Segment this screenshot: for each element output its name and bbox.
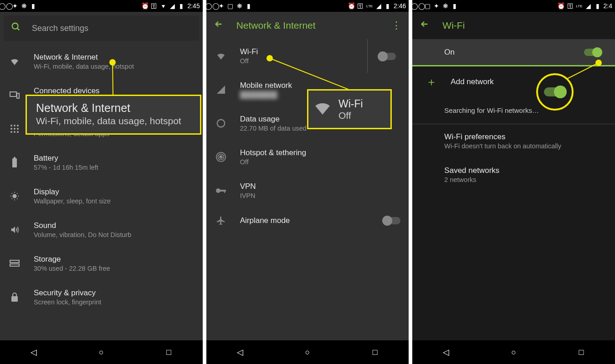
nav-recent-button[interactable]: □ [368,345,382,359]
highlighted-toggle [544,87,566,96]
status-bar: ◯◯ ✦ ▢ ❋ ▮ ⏰ ⚿ LTE ◢ ▮ 2:46 [206,0,409,12]
apps-icon [8,124,21,133]
status-time: 2:46 [394,2,406,10]
lte-icon: LTE [576,3,583,9]
nav-back-button[interactable]: ◁ [27,345,41,359]
back-button[interactable] [420,19,430,32]
item-title: VPN [240,182,401,191]
settings-item-display[interactable]: DisplayWallpaper, sleep, font size [0,179,203,213]
voicemail-icon: ◯◯ [209,3,215,9]
item-title: Saved networks [444,166,607,175]
searching-row: Searching for Wi-Fi networks… [412,97,615,124]
volume-icon [8,225,21,235]
callout-network-internet: Network & Internet Wi-Fi, mobile, data u… [26,95,201,135]
svg-rect-16 [10,260,19,263]
wifi-preferences-row[interactable]: Wi-Fi preferencesWi-Fi doesn't turn back… [412,124,615,158]
network-item-hotspot[interactable]: Hotspot & tetheringOff [206,140,409,174]
settings-item-sound[interactable]: SoundVolume, vibration, Do Not Disturb [0,213,203,247]
callout-wifi: Wi-Fi Off [307,89,392,129]
voicemail-icon: ◯◯ [415,3,421,9]
phone-icon: ▮ [246,3,252,9]
brightness-icon [8,191,21,201]
signal-icon [215,85,227,95]
settings-item-network[interactable]: Network & InternetWi-Fi, mobile, data us… [0,45,203,78]
svg-rect-3 [17,93,19,98]
wifi-icon [314,100,331,118]
item-title: Wi-Fi [240,47,368,56]
annotation-dot [266,55,273,61]
add-network-row[interactable]: ＋ Add network [412,66,615,97]
nav-bar: ◁ ○ □ [0,340,203,364]
item-subtitle: Screen lock, fingerprint [34,298,195,306]
data-usage-icon [215,118,227,128]
item-title: Airplane mode [240,216,371,225]
signal-icon: ◢ [169,3,175,9]
network-item-vpn[interactable]: VPNIVPN [206,174,409,207]
status-time: 2:4 [604,2,612,10]
app-icon: ✦ [218,3,225,9]
app-icon: ✦ [12,3,18,9]
nav-recent-button[interactable]: □ [574,345,588,359]
saved-networks-row[interactable]: Saved networks2 networks [412,158,615,192]
svg-point-8 [14,128,15,130]
svg-rect-24 [220,190,226,192]
wifi-toggle[interactable] [379,53,396,60]
nav-recent-button[interactable]: □ [162,345,176,359]
plus-icon: ＋ [426,75,437,89]
settings-main-screen: ◯◯ ✦ ❋ ▮ ⏰ ⚿ ▾ ◢ ▮ 2:45 Search settings … [0,0,203,364]
item-subtitle: Wallpaper, sleep, font size [34,197,195,205]
item-title: Mobile network [240,81,401,90]
battery-icon [8,157,21,168]
svg-point-4 [10,125,12,126]
more-button[interactable]: ⋮ [391,20,401,31]
callout-title: Network & Internet [36,101,191,115]
item-title: Battery [34,154,195,163]
network-item-airplane[interactable]: Airplane mode [206,207,409,234]
svg-point-11 [14,131,15,133]
wifi-on-bar[interactable]: On [412,39,615,66]
alarm-icon: ⏰ [558,3,564,9]
battery-icon: ▮ [178,3,184,9]
nav-home-button[interactable]: ○ [94,345,108,359]
alarm-icon: ⏰ [348,3,354,9]
item-title: Sound [34,221,195,230]
item-subtitle: 57% - 1d 16h 15m left [34,164,195,171]
item-title: Security & privacy [34,288,195,298]
svg-point-9 [17,128,19,130]
wifi-master-toggle[interactable] [584,49,601,56]
svg-point-6 [17,125,19,126]
nav-back-button[interactable]: ◁ [233,345,247,359]
phone-icon: ▮ [30,3,36,9]
status-bar: ◯◯ ✦ ❋ ▮ ⏰ ⚿ ▾ ◢ ▮ 2:45 [0,0,203,12]
lte-icon: LTE [366,3,373,9]
item-subtitle: IVPN [240,192,401,199]
search-settings[interactable]: Search settings [4,15,199,41]
app-icon: ✦ [433,3,440,9]
svg-line-1 [17,28,20,30]
airplane-toggle[interactable] [383,217,400,224]
settings-item-storage[interactable]: Storage30% used - 22.28 GB free [0,247,203,280]
searching-text: Searching for Wi-Fi networks… [444,106,539,114]
key-icon: ⚿ [151,3,157,9]
airplane-icon [215,216,227,226]
callout-toggle-circle [536,73,574,111]
signal-icon: ◢ [585,3,592,9]
item-subtitle: Wi-Fi doesn't turn back on automatically [444,142,607,150]
leaf-icon: ❋ [236,3,243,9]
nav-bar: ◁ ○ □ [412,340,615,364]
nav-home-button[interactable]: ○ [507,345,521,359]
annotation-dot [595,60,602,66]
battery-icon: ▮ [384,3,391,9]
settings-item-security[interactable]: Security & privacyScreen lock, fingerpri… [0,280,203,314]
back-button[interactable] [214,19,224,32]
search-placeholder: Search settings [32,24,88,33]
nav-home-button[interactable]: ○ [301,345,314,359]
settings-item-battery[interactable]: Battery57% - 1d 16h 15m left [0,146,203,179]
network-item-wifi[interactable]: Wi-FiOff [206,39,368,73]
svg-point-0 [12,23,18,29]
nav-back-button[interactable]: ◁ [439,345,453,359]
storage-icon [8,260,21,267]
svg-point-19 [217,120,225,127]
vpn-key-icon [215,187,227,194]
image-icon: ▢ [424,3,430,9]
